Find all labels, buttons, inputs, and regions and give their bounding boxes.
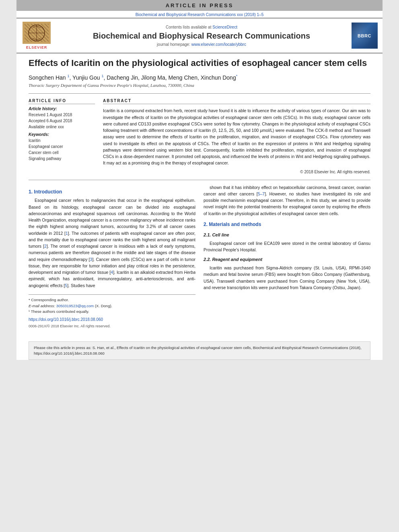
intro-para-right: shown that it has inhibitory effect on h… (204, 184, 370, 217)
bbrc-text: BBRC (358, 33, 371, 38)
authors: Songchen Han 1, Yunjiu Gou 1, Dacheng Ji… (29, 74, 370, 81)
body-two-col: 1. Introduction Esophageal cancer refers… (29, 184, 370, 329)
intro-heading: 1. Introduction (29, 188, 195, 196)
body-left-col: 1. Introduction Esophageal cancer refers… (29, 184, 195, 329)
accepted-date: Accepted 6 August 2018 (29, 118, 95, 124)
footer-notes: * Corresponding author. E-mail address: … (29, 294, 195, 329)
abstract-text: Icaritin is a compound extracted from he… (103, 107, 370, 166)
abstract-title: ABSTRACT (103, 99, 370, 104)
article-info-abstract-section: ARTICLE INFO Article history: Received 1… (29, 93, 370, 174)
top-banner: ARTICLE IN PRESS (16, 0, 383, 11)
sciencedirect-link[interactable]: ScienceDirect (212, 25, 237, 29)
issn-line: 0006-291X/© 2018 Elsevier Inc. All right… (29, 324, 195, 329)
elsevier-logo: ELSEVIER (21, 22, 53, 49)
main-content: Effects of Icaritin on the physiological… (16, 53, 383, 337)
corresponding-note: * Corresponding author. (29, 297, 195, 303)
article-info-col: ARTICLE INFO Article history: Received 1… (29, 99, 95, 174)
svg-rect-0 (25, 23, 49, 43)
article-title: Effects of Icaritin on the physiological… (29, 58, 370, 69)
email-link[interactable]: 3050319523@qq.com (56, 304, 94, 308)
received-date: Received 1 August 2018 (29, 112, 95, 118)
journal-ref-text: Biochemical and Biophysical Research Com… (136, 12, 264, 17)
reagent-text: Icaritin was purchased from Sigma-Aldric… (204, 265, 370, 291)
keyword-3: Cancer stem cell (29, 150, 95, 156)
ref-2[interactable]: 2 (44, 244, 47, 249)
citation-text: Please cite this article in press as: S.… (34, 345, 362, 355)
keywords-label: Keywords: (29, 132, 95, 137)
methods-heading: 2. Materials and methods (204, 221, 370, 228)
elsevier-name: ELSEVIER (26, 45, 47, 49)
bbrc-logo: BBRC (350, 22, 378, 49)
homepage-link[interactable]: www.elsevier.com/locate/ybbrc (191, 42, 246, 47)
bbrc-box: BBRC (352, 23, 378, 49)
journal-header: ELSEVIER Contents lists available at Sci… (16, 18, 383, 53)
ref-4[interactable]: 4 (111, 270, 113, 275)
svg-point-1 (29, 25, 45, 41)
doi-link[interactable]: https://doi.org/10.1016/j.bbrc.2018.08.0… (29, 316, 195, 323)
cell-line-text: Esophageal cancer cell line ECA109 were … (204, 240, 370, 253)
cell-line-heading: 2.1. Cell line (204, 232, 370, 238)
abstract-col: ABSTRACT Icaritin is a compound extracte… (103, 99, 370, 174)
keyword-4: Signaling pathway (29, 156, 95, 162)
email-line: E-mail address: 3050319523@qq.com (X. Do… (29, 303, 195, 309)
copyright: © 2018 Elsevier Inc. All rights reserved… (103, 170, 370, 174)
contents-line: Contents lists available at ScienceDirec… (166, 25, 237, 29)
ref-5-7[interactable]: 5–7 (258, 191, 265, 196)
banner-text: ARTICLE IN PRESS (166, 2, 234, 8)
keyword-2: Esophageal cancer (29, 144, 95, 150)
journal-title-center: Contents lists available at ScienceDirec… (57, 22, 346, 49)
page-wrapper: ARTICLE IN PRESS Biochemical and Biophys… (16, 0, 383, 360)
body-right-col: shown that it has inhibitory effect on h… (204, 184, 370, 329)
available-online: Available online xxx (29, 124, 95, 130)
ref-5[interactable]: 5 (65, 283, 67, 288)
history-label: Article history: (29, 107, 95, 111)
elsevier-logo-img (23, 22, 51, 44)
equal-note: ¹ These authors contributed equally. (29, 309, 195, 315)
ref-3[interactable]: 3 (90, 257, 93, 262)
journal-homepage: journal homepage: www.elsevier.com/locat… (157, 42, 246, 47)
keyword-1: Icaritin (29, 138, 95, 144)
ref-1[interactable]: 1 (66, 231, 68, 236)
journal-ref-bar: Biochemical and Biophysical Research Com… (16, 11, 383, 18)
section-divider (29, 180, 370, 180)
intro-para-left: Esophageal cancer refers to malignancies… (29, 197, 195, 289)
journal-main-title: Biochemical and Biophysical Research Com… (93, 31, 310, 41)
article-info-title: ARTICLE INFO (29, 99, 95, 104)
reagent-heading: 2.2. Reagent and equipment (204, 256, 370, 263)
citation-bar: Please cite this article in press as: S.… (29, 341, 370, 360)
affiliation: Thoracic Surgery Department of Gansu Pro… (29, 83, 370, 88)
